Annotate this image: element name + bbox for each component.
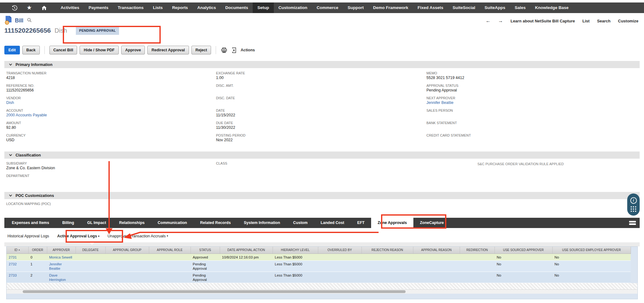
status-cell: Pending Approval (191, 272, 220, 283)
status-cell: Pending Approval (191, 261, 220, 272)
column-header-order[interactable]: ORDER (28, 247, 47, 254)
column-header-approval-role[interactable]: APPROVAL ROLE (149, 247, 191, 254)
back-button[interactable]: Back (22, 46, 40, 54)
learn-bill-capture-link[interactable]: Learn about NetSuite Bill Capture (510, 19, 575, 23)
apps-grid-icon[interactable] (631, 206, 636, 212)
subtab-unapproved-transaction-accruals[interactable]: Unapproved Transaction Accruals • (104, 230, 172, 242)
customize-link[interactable]: Customize (618, 19, 638, 23)
tab-communication[interactable]: Communication (151, 218, 193, 228)
log-id-link[interactable]: 2732 (7, 261, 28, 272)
field-label: DUE DATE (216, 121, 409, 125)
search-link[interactable]: Search (597, 19, 610, 23)
tab-zone-approvals[interactable]: Zone Approvals (371, 218, 413, 228)
tab-zonecapture[interactable]: ZoneCapture (413, 218, 450, 228)
subtab-historical-approval-logs[interactable]: Historical Approval Logs (4, 230, 53, 242)
approval-role-cell (149, 272, 191, 283)
field-label: LOCATION MAPPING (POC) (6, 202, 199, 206)
redirect-approval-button[interactable]: Redirect Approval (147, 46, 189, 54)
tab-relationships[interactable]: Relationships (113, 218, 151, 228)
subtab-active-approval-logs[interactable]: Active Approval Logs • (53, 230, 104, 242)
column-header-approval-reason[interactable]: APPROVAL REASON (413, 247, 460, 254)
hide-show-pdf-button[interactable]: Hide / Show PDF (80, 46, 118, 54)
forward-arrow-icon[interactable]: → (498, 18, 503, 24)
tab-related-records[interactable]: Related Records (194, 218, 237, 228)
tab-eft[interactable]: EFT (351, 218, 371, 228)
nav-item-payments[interactable]: Payments (84, 2, 113, 13)
export-document-icon[interactable] (230, 47, 237, 53)
tab-landed-cost[interactable]: Landed Cost (314, 218, 351, 228)
rejection-reason-cell (361, 254, 413, 261)
shortcuts-star-icon[interactable]: ★ (26, 5, 32, 11)
log-id-link[interactable]: 2733 (7, 272, 28, 283)
classification-header[interactable]: Classification (4, 152, 640, 159)
nav-item-setup[interactable]: Setup (253, 2, 274, 13)
column-header-date-approval-action[interactable]: DATE APPROVAL ACTION (220, 247, 273, 254)
nav-item-suiteapps[interactable]: SuiteApps (480, 2, 510, 13)
home-icon[interactable] (41, 5, 47, 11)
nav-item-transactions[interactable]: Transactions (113, 2, 148, 13)
nav-item-demo-framework[interactable]: Demo Framework (368, 2, 413, 13)
tab-expenses-and-items[interactable]: Expenses and Items (4, 218, 56, 228)
nav-item-lists[interactable]: Lists (148, 2, 168, 13)
column-header-id[interactable]: ID▲ (7, 247, 28, 254)
list-link[interactable]: List (582, 19, 590, 23)
nav-item-customization[interactable]: Customization (274, 2, 312, 13)
actions-menu[interactable]: Actions (241, 48, 255, 52)
print-icon[interactable] (221, 47, 228, 53)
column-header-approver[interactable]: APPROVER (47, 247, 76, 254)
column-header-redirection[interactable]: REDIRECTION (460, 247, 494, 254)
tab-gl-impact[interactable]: GL Impact (80, 218, 113, 228)
back-arrow-icon[interactable]: ← (485, 18, 490, 24)
nav-item-sales[interactable]: Sales (510, 2, 530, 13)
help-widget-pill[interactable]: i (627, 193, 640, 216)
column-header-use-sourced-employee-approver[interactable]: USE SOURCED EMPLOYEE APPROVER (552, 247, 631, 254)
tab-billing[interactable]: Billing (56, 218, 80, 228)
approval-group-cell (105, 261, 149, 272)
poc-customizations-header[interactable]: POC Customizations (4, 192, 640, 199)
field-label: APPROVAL STATUS (426, 84, 619, 87)
active-subtab-caret (90, 242, 94, 245)
tab-list-menu-icon[interactable] (629, 220, 636, 226)
use-sourced-employee-approver-cell: No (552, 254, 631, 261)
column-header-approval-group[interactable]: APPROVAL GROUP (105, 247, 149, 254)
nav-item-reports[interactable]: Reports (168, 2, 193, 13)
nav-item-suitesocial[interactable]: SuiteSocial (448, 2, 480, 13)
nav-item-knowledge-base[interactable]: Knowledge Base (530, 2, 573, 13)
approver-link[interactable]: Dave Herrington (47, 272, 76, 283)
active-approval-logs-table: ID▲ ORDER APPROVER DELEGATE APPROVAL GRO… (6, 246, 638, 299)
primary-information-header[interactable]: Primary Information (4, 61, 640, 68)
next-approver-link[interactable]: Jennifer Beattie (426, 100, 619, 105)
reject-button[interactable]: Reject (191, 46, 211, 54)
tab-custom[interactable]: Custom (287, 218, 314, 228)
vendor-link[interactable]: Dish (6, 100, 199, 105)
nav-item-fixed-assets[interactable]: Fixed Assets (413, 2, 448, 13)
nav-item-activities[interactable]: Activities (56, 2, 84, 13)
record-vendor-name: Dish (55, 27, 67, 34)
account-link[interactable]: 2000 Accounts Payable (6, 113, 199, 117)
nav-item-analytics[interactable]: Analytics (193, 2, 221, 13)
field-label: DISC. DATE (216, 96, 409, 100)
info-icon[interactable]: i (630, 197, 637, 204)
approver-link[interactable]: Jennifer Beattie (47, 261, 76, 272)
column-header-overruled-by[interactable]: OVERRULED BY (318, 247, 361, 254)
edit-button[interactable]: Edit (4, 46, 20, 54)
column-header-delegate[interactable]: DELEGATE (76, 247, 105, 254)
log-id-link[interactable]: 2731 (7, 254, 28, 261)
nav-item-support[interactable]: Support (343, 2, 368, 13)
nav-item-commerce[interactable]: Commerce (312, 2, 343, 13)
column-header-use-sourced-approver[interactable]: USE SOURCED APPROVER (494, 247, 552, 254)
approve-button[interactable]: Approve (121, 46, 145, 54)
horizontal-scrollbar[interactable] (7, 289, 637, 294)
column-header-rejection-reason[interactable]: REJECTION REASON (361, 247, 413, 254)
column-header-hierarchy-level[interactable]: HIERARCHY LEVEL (273, 247, 318, 254)
title-search-icon[interactable] (27, 18, 32, 24)
redirection-cell (460, 272, 494, 283)
tab-system-information[interactable]: System Information (237, 218, 287, 228)
column-header-status[interactable]: STATUS (191, 247, 220, 254)
recent-records-icon[interactable] (11, 5, 17, 11)
reference-no-value: 1115202265656 (6, 88, 199, 92)
cancel-bill-button[interactable]: Cancel Bill (49, 46, 77, 54)
nav-item-documents[interactable]: Documents (221, 2, 253, 13)
scrollbar-thumb[interactable] (23, 290, 406, 293)
approver-link[interactable]: Monica Sewell (47, 254, 76, 261)
